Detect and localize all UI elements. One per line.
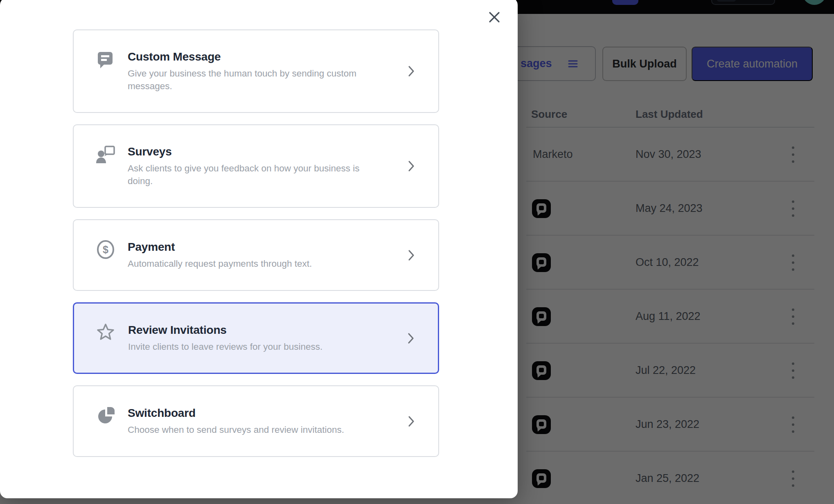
option-surveys[interactable]: Surveys Ask clients to give you feedback…: [73, 124, 439, 208]
option-title: Surveys: [128, 145, 367, 158]
option-review-invitations[interactable]: Review Invitations Invite clients to lea…: [73, 302, 439, 374]
option-description: Ask clients to give you feedback on how …: [128, 162, 367, 187]
dollar-circle-icon: $: [96, 240, 115, 259]
chevron-right-icon: [408, 65, 415, 77]
option-description: Give your business the human touch by se…: [128, 67, 367, 92]
close-icon[interactable]: [485, 8, 503, 26]
pie-chart-icon: [96, 406, 115, 425]
option-description: Invite clients to leave reviews for your…: [128, 340, 322, 353]
automation-option-list: Custom Message Give your business the hu…: [73, 29, 439, 468]
option-custom-message[interactable]: Custom Message Give your business the hu…: [73, 29, 439, 113]
option-description: Choose when to send surveys and review i…: [128, 423, 344, 436]
automation-type-modal: Custom Message Give your business the hu…: [0, 0, 518, 498]
option-title: Review Invitations: [128, 324, 322, 337]
chevron-right-icon: [408, 160, 415, 172]
star-icon: [96, 323, 115, 342]
message-bubble-icon: [96, 50, 115, 70]
option-title: Switchboard: [128, 407, 344, 420]
option-title: Payment: [128, 241, 312, 254]
option-title: Custom Message: [128, 50, 367, 63]
survey-person-icon: [96, 144, 116, 165]
svg-text:$: $: [103, 244, 108, 255]
option-switchboard[interactable]: Switchboard Choose when to send surveys …: [73, 385, 439, 457]
option-description: Automatically request payments through t…: [128, 257, 312, 270]
chevron-right-icon: [408, 416, 415, 427]
option-payment[interactable]: $ Payment Automatically request payments…: [73, 219, 439, 291]
chevron-right-icon: [408, 250, 415, 261]
chevron-right-icon: [408, 333, 414, 344]
